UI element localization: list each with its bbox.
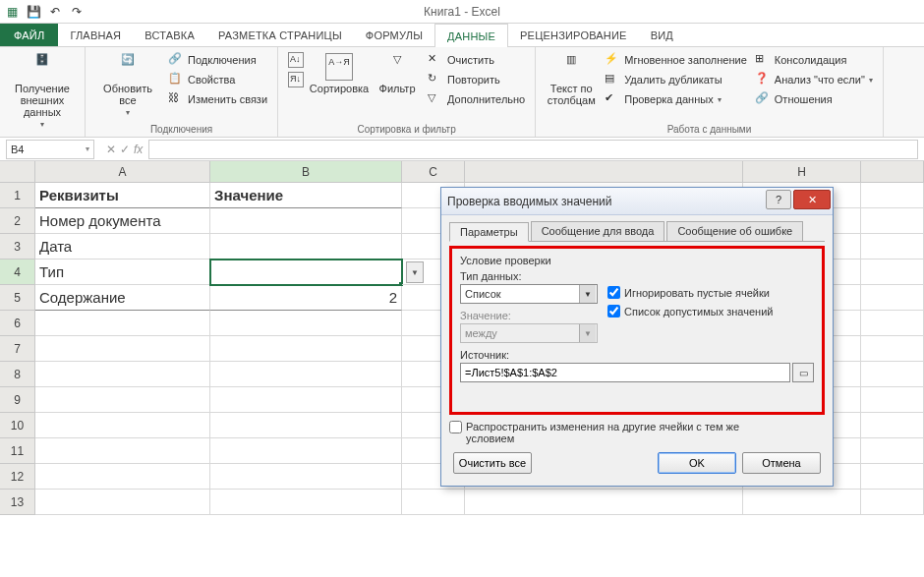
- row-header-6[interactable]: 6: [0, 311, 35, 336]
- get-external-data-button[interactable]: 🗄️ Получение внешних данных: [8, 51, 77, 131]
- cell[interactable]: [210, 311, 402, 336]
- cell[interactable]: [35, 387, 210, 413]
- cell[interactable]: [861, 208, 924, 234]
- cell[interactable]: [210, 387, 402, 413]
- cell[interactable]: [861, 490, 924, 515]
- flash-fill-button[interactable]: ⚡Мгновенное заполнение: [603, 51, 749, 69]
- cell[interactable]: [861, 234, 924, 260]
- sort-az-button[interactable]: А↓: [286, 51, 306, 69]
- row-header-8[interactable]: 8: [0, 362, 35, 387]
- what-if-button[interactable]: ❓Анализ "что если": [753, 71, 875, 88]
- dialog-tab-parameters[interactable]: Параметры: [449, 222, 529, 242]
- dropdown-input[interactable]: [607, 305, 620, 317]
- col-header-B[interactable]: B: [210, 161, 402, 183]
- dialog-titlebar[interactable]: Проверка вводимых значений ? ✕: [441, 188, 833, 215]
- cell[interactable]: [210, 464, 402, 490]
- row-header-12[interactable]: 12: [0, 464, 35, 490]
- cell-A4[interactable]: Тип: [35, 260, 210, 285]
- row-header-9[interactable]: 9: [0, 387, 35, 413]
- row-header-3[interactable]: 3: [0, 234, 35, 260]
- cell-A2[interactable]: Номер документа: [35, 208, 210, 234]
- dialog-help-button[interactable]: ?: [766, 190, 791, 209]
- select-all-corner[interactable]: [0, 161, 35, 183]
- row-header-1[interactable]: 1: [0, 183, 35, 208]
- tab-file[interactable]: ФАЙЛ: [0, 24, 58, 46]
- cell[interactable]: [861, 464, 924, 490]
- cell[interactable]: [210, 336, 402, 362]
- source-input[interactable]: [460, 363, 790, 382]
- col-header-A[interactable]: A: [35, 161, 210, 183]
- cell[interactable]: [861, 311, 924, 336]
- sort-button[interactable]: А→Я Сортировка: [310, 51, 369, 96]
- cell[interactable]: [210, 413, 402, 438]
- cell-B3[interactable]: [210, 234, 402, 260]
- tab-page-layout[interactable]: РАЗМЕТКА СТРАНИЦЫ: [206, 24, 354, 46]
- undo-icon[interactable]: ↶: [47, 4, 63, 20]
- connections-button[interactable]: 🔗Подключения: [166, 51, 269, 69]
- cell[interactable]: [402, 490, 465, 515]
- cell-B1[interactable]: Значение: [210, 183, 402, 208]
- cell[interactable]: [861, 413, 924, 438]
- ok-button[interactable]: OK: [658, 452, 736, 474]
- data-validation-dropdown-button[interactable]: ▼: [406, 261, 424, 283]
- reapply-button[interactable]: ↻Повторить: [426, 71, 527, 88]
- tab-insert[interactable]: ВСТАВКА: [133, 24, 206, 46]
- cell-B4-selected[interactable]: [210, 260, 402, 285]
- clear-filter-button[interactable]: ✕Очистить: [426, 51, 527, 69]
- cell[interactable]: [35, 464, 210, 490]
- cell[interactable]: [35, 438, 210, 464]
- dialog-tab-error-alert[interactable]: Сообщение об ошибке: [666, 221, 803, 241]
- col-header-rest[interactable]: [465, 161, 743, 183]
- consolidate-button[interactable]: ⊞Консолидация: [753, 51, 875, 69]
- tab-data[interactable]: ДАННЫЕ: [434, 24, 508, 47]
- row-header-13[interactable]: 13: [0, 490, 35, 515]
- dialog-close-button[interactable]: ✕: [793, 190, 831, 209]
- cell[interactable]: [861, 336, 924, 362]
- tab-review[interactable]: РЕЦЕНЗИРОВАНИЕ: [508, 24, 639, 46]
- row-header-7[interactable]: 7: [0, 336, 35, 362]
- cell[interactable]: [210, 490, 402, 515]
- edit-links-button[interactable]: ⛓Изменить связи: [166, 90, 269, 108]
- cell[interactable]: [210, 438, 402, 464]
- cell-A1[interactable]: Реквизиты: [35, 183, 210, 208]
- cell-B5[interactable]: 2: [210, 285, 402, 311]
- cell[interactable]: [743, 490, 861, 515]
- cell[interactable]: [35, 490, 210, 515]
- tab-formulas[interactable]: ФОРМУЛЫ: [354, 24, 434, 46]
- cell[interactable]: [861, 285, 924, 311]
- dialog-tab-input-message[interactable]: Сообщение для ввода: [531, 221, 665, 241]
- cell[interactable]: [861, 387, 924, 413]
- cell[interactable]: [35, 362, 210, 387]
- cancel-button[interactable]: Отмена: [742, 452, 821, 474]
- relationships-button[interactable]: 🔗Отношения: [753, 90, 875, 108]
- save-icon[interactable]: 💾: [26, 4, 41, 20]
- properties-button[interactable]: 📋Свойства: [166, 71, 269, 88]
- tab-view[interactable]: ВИД: [639, 24, 685, 46]
- formula-input[interactable]: [148, 140, 918, 159]
- cancel-formula-icon[interactable]: ✕: [106, 143, 116, 156]
- cell-B2[interactable]: [210, 208, 402, 234]
- sort-za-button[interactable]: Я↓: [286, 71, 306, 88]
- fx-icon[interactable]: fx: [134, 143, 143, 156]
- col-header-I[interactable]: [861, 161, 924, 183]
- row-header-11[interactable]: 11: [0, 438, 35, 464]
- apply-changes-checkbox[interactable]: Распространить изменения на другие ячейк…: [449, 421, 825, 444]
- row-header-4[interactable]: 4: [0, 260, 35, 285]
- cell-A5[interactable]: Содержание: [35, 285, 210, 311]
- col-header-C[interactable]: C: [402, 161, 465, 183]
- cell-A3[interactable]: Дата: [35, 234, 210, 260]
- cell[interactable]: [861, 260, 924, 285]
- allow-type-select[interactable]: Список: [460, 284, 598, 304]
- filter-button[interactable]: ▽ Фильтр: [373, 51, 422, 96]
- col-header-H[interactable]: H: [743, 161, 861, 183]
- in-cell-dropdown-checkbox[interactable]: Список допустимых значений: [607, 305, 773, 317]
- cell[interactable]: [465, 490, 743, 515]
- row-header-10[interactable]: 10: [0, 413, 35, 438]
- row-header-2[interactable]: 2: [0, 208, 35, 234]
- data-validation-button[interactable]: ✔Проверка данных: [603, 90, 749, 108]
- ignore-blank-checkbox[interactable]: Игнорировать пустые ячейки: [607, 286, 773, 299]
- remove-duplicates-button[interactable]: ▤Удалить дубликаты: [603, 71, 749, 88]
- apply-changes-input[interactable]: [449, 421, 462, 433]
- cell[interactable]: [861, 438, 924, 464]
- refresh-all-button[interactable]: 🔄 Обновить все: [93, 51, 162, 119]
